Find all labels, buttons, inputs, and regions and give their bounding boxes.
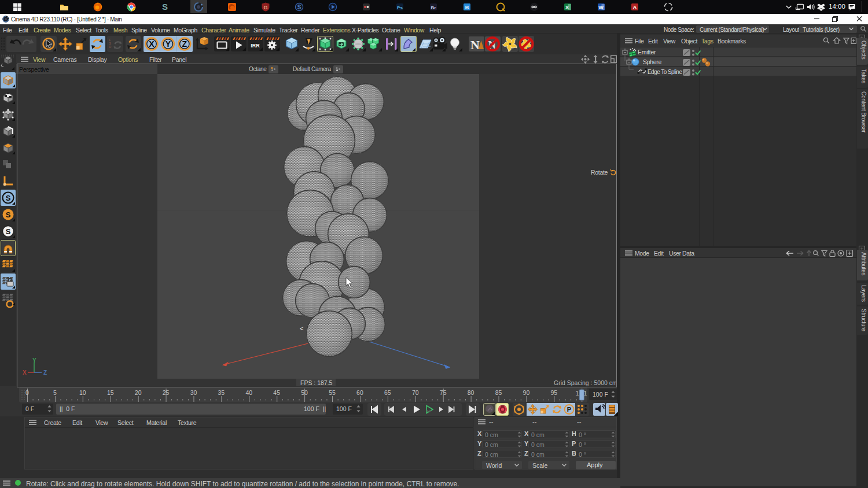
svg-text:55: 55 — [329, 389, 336, 396]
svg-text:95: 95 — [550, 389, 557, 396]
svg-text:Y: Y — [32, 357, 36, 364]
svg-text:Z: Z — [43, 369, 47, 376]
svg-text:90: 90 — [523, 389, 530, 396]
svg-text:45: 45 — [273, 389, 280, 396]
svg-text:0: 0 — [25, 389, 29, 396]
svg-text:Br: Br — [431, 5, 436, 10]
svg-text:Sphere: Sphere — [643, 58, 662, 65]
svg-text:60: 60 — [356, 389, 363, 396]
svg-text:Ps: Ps — [397, 5, 403, 10]
svg-text:20: 20 — [135, 389, 142, 396]
svg-text:X: X — [23, 369, 27, 376]
svg-text:75: 75 — [440, 389, 447, 396]
svg-text:P: P — [567, 406, 571, 413]
svg-text:10: 10 — [79, 389, 86, 396]
svg-text:30: 30 — [190, 389, 197, 396]
svg-text:S: S — [6, 194, 11, 202]
svg-text:65: 65 — [384, 389, 391, 396]
svg-text:15: 15 — [107, 389, 114, 396]
svg-text:Edge To Spline: Edge To Spline — [648, 69, 682, 75]
svg-text:IRR: IRR — [251, 43, 260, 49]
svg-text:Emitter: Emitter — [638, 49, 656, 56]
svg-text:70: 70 — [412, 389, 419, 396]
svg-text:S: S — [162, 2, 168, 12]
svg-text:N: N — [470, 38, 480, 52]
svg-text:40: 40 — [245, 389, 252, 396]
svg-text:G: G — [263, 5, 267, 10]
svg-text:35: 35 — [218, 389, 225, 396]
svg-text:W: W — [598, 5, 604, 10]
svg-text:<: < — [300, 325, 303, 332]
svg-text:X: X — [149, 39, 155, 49]
svg-text:X: X — [565, 4, 569, 10]
svg-text:B: B — [465, 5, 469, 10]
svg-text:50: 50 — [301, 389, 308, 396]
svg-text:S: S — [6, 210, 11, 219]
svg-text:S: S — [6, 227, 11, 236]
svg-text:S: S — [297, 4, 301, 10]
svg-text:80: 80 — [468, 389, 475, 396]
svg-text:Z: Z — [182, 39, 187, 49]
svg-text:1: 1 — [575, 390, 579, 397]
svg-text:5: 5 — [53, 389, 57, 396]
svg-text:Y: Y — [165, 39, 171, 49]
svg-text:85: 85 — [495, 389, 502, 396]
svg-text:25: 25 — [163, 389, 170, 396]
svg-text:R: R — [109, 45, 112, 49]
